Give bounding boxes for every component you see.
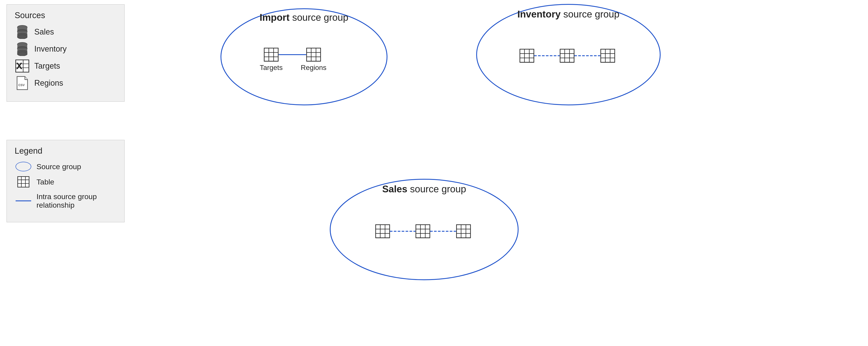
list-item: CSV Regions xyxy=(14,76,117,90)
legend-source-group-label: Source group xyxy=(36,162,81,171)
list-item: X Targets xyxy=(14,59,117,72)
svg-text:Regions: Regions xyxy=(301,64,326,71)
list-item: Inventory xyxy=(14,42,117,56)
svg-rect-58 xyxy=(601,49,615,62)
legend-table: Table xyxy=(14,176,117,188)
svg-text:Targets: Targets xyxy=(260,64,283,71)
svg-rect-66 xyxy=(376,225,390,238)
line-icon xyxy=(14,200,32,201)
sources-title: Sources xyxy=(14,11,117,20)
svg-text:Inventory source group: Inventory source group xyxy=(517,9,619,20)
database-icon xyxy=(14,25,30,38)
legend-table-label: Table xyxy=(36,178,54,186)
legend-relationship-label: Intra source group relationship xyxy=(36,192,117,210)
svg-rect-73 xyxy=(416,225,430,238)
regions-label: Regions xyxy=(34,78,63,88)
svg-rect-51 xyxy=(560,49,574,62)
svg-text:X: X xyxy=(16,61,22,71)
svg-point-13 xyxy=(17,52,27,56)
diagram-area: Import source group Targets Regions Inve… xyxy=(142,0,868,346)
sources-panel: Sources Sales xyxy=(6,4,125,102)
database-icon xyxy=(14,42,30,56)
list-item: Sales xyxy=(14,25,117,38)
svg-rect-27 xyxy=(264,48,278,61)
legend-relationship: Intra source group relationship xyxy=(14,192,117,210)
svg-text:CSV: CSV xyxy=(18,83,25,87)
svg-rect-20 xyxy=(18,177,29,187)
svg-rect-80 xyxy=(457,225,470,238)
svg-text:Import source group: Import source group xyxy=(259,12,348,23)
excel-icon: X xyxy=(14,59,30,72)
svg-point-25 xyxy=(221,9,387,105)
svg-point-42 xyxy=(476,4,660,105)
svg-point-6 xyxy=(17,35,27,39)
svg-point-64 xyxy=(330,179,518,280)
targets-label: Targets xyxy=(34,61,60,71)
sales-label: Sales xyxy=(34,27,54,36)
svg-rect-44 xyxy=(520,49,534,62)
csv-icon: CSV xyxy=(14,76,30,90)
svg-rect-35 xyxy=(307,48,320,61)
svg-text:Sales source group: Sales source group xyxy=(382,184,466,194)
legend-source-group: Source group xyxy=(14,162,117,171)
legend-panel: Legend Source group Table Intra source g… xyxy=(6,140,125,222)
legend-title: Legend xyxy=(14,146,117,156)
inventory-label: Inventory xyxy=(34,44,67,54)
table-icon xyxy=(14,176,32,188)
oval-icon xyxy=(14,162,32,171)
